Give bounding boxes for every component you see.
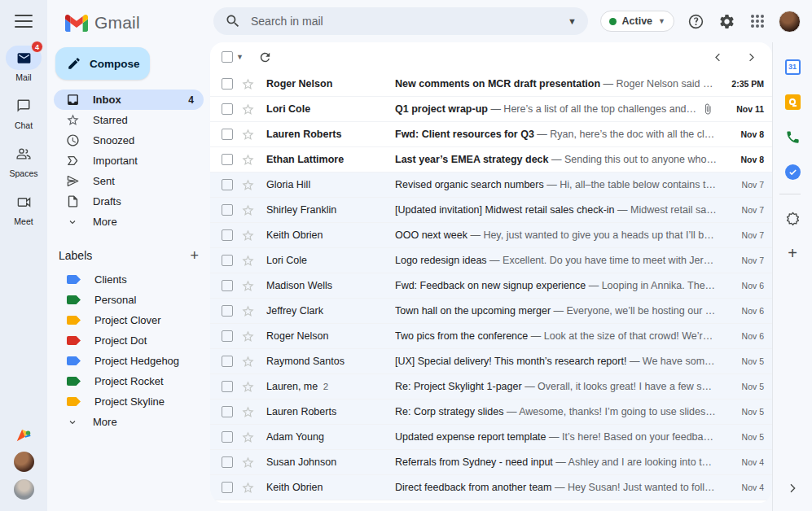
email-checkbox[interactable]: [222, 179, 233, 190]
email-row[interactable]: Gloria HillRevised organic search number…: [210, 173, 772, 198]
labels-more[interactable]: More: [54, 412, 204, 432]
email-checkbox[interactable]: [222, 482, 233, 493]
email-checkbox[interactable]: [222, 356, 233, 367]
star-icon[interactable]: [241, 430, 255, 444]
star-icon[interactable]: [241, 153, 255, 167]
email-checkbox[interactable]: [222, 431, 233, 443]
sidebar-item-inbox[interactable]: Inbox4: [54, 90, 204, 110]
older-page-chevron-icon[interactable]: [745, 51, 757, 63]
sidebar-label-project-hedgehog[interactable]: Project Hedgehog: [54, 351, 204, 371]
star-icon[interactable]: [241, 128, 255, 142]
email-checkbox[interactable]: [222, 103, 233, 115]
search-input[interactable]: [251, 15, 568, 28]
email-checkbox[interactable]: [222, 129, 233, 140]
star-icon[interactable]: [241, 481, 255, 495]
star-icon[interactable]: [241, 355, 255, 369]
email-row[interactable]: Keith ObrienDirect feedback from another…: [210, 475, 772, 500]
email-checkbox[interactable]: [222, 305, 233, 317]
email-checkbox[interactable]: [222, 381, 233, 392]
refresh-icon[interactable]: [258, 50, 272, 64]
list-toolbar: ▼: [210, 42, 772, 72]
email-snippet: — Looping in Annika. The feedback...: [589, 280, 717, 291]
select-all-checkbox[interactable]: [222, 51, 233, 63]
sidebar-label-personal[interactable]: Personal: [54, 290, 204, 310]
star-icon[interactable]: [241, 254, 255, 268]
sidebar-item-snoozed[interactable]: Snoozed: [54, 130, 204, 151]
email-checkbox[interactable]: [222, 204, 233, 216]
hamburger-menu-icon[interactable]: [15, 15, 33, 28]
star-icon[interactable]: [241, 203, 255, 217]
sidebar-label-project-skyline[interactable]: Project Skyline: [54, 391, 204, 412]
email-row[interactable]: Jeffrey ClarkTown hall on the upcoming m…: [210, 299, 772, 324]
email-row[interactable]: Ethan LattimoreLast year’s EMEA strategy…: [210, 147, 772, 173]
rail-item-spaces[interactable]: Spaces: [6, 142, 42, 178]
star-icon[interactable]: [241, 77, 255, 91]
settings-gear-icon[interactable]: [717, 11, 736, 31]
email-row[interactable]: Lauren RobertsRe: Corp strategy slides —…: [210, 400, 772, 425]
sidebar-item-more[interactable]: More: [54, 212, 204, 232]
rail-item-meet[interactable]: Meet: [6, 190, 42, 226]
email-sender: Lori Cole: [266, 103, 395, 115]
email-row[interactable]: Adam YoungUpdated expense report templat…: [210, 425, 772, 450]
search-options-caret-icon[interactable]: ▼: [568, 16, 577, 26]
sidebar-item-important[interactable]: Important: [54, 151, 204, 171]
email-checkbox[interactable]: [222, 406, 233, 417]
email-row[interactable]: Roger NelsonTwo pics from the conference…: [210, 324, 772, 349]
rail-item-chat[interactable]: Chat: [6, 94, 42, 130]
side-panel-toggle[interactable]: [786, 482, 799, 511]
star-icon[interactable]: [241, 380, 255, 394]
star-icon[interactable]: [241, 103, 255, 116]
email-row[interactable]: Lauren RobertsFwd: Client resources for …: [210, 122, 772, 147]
addons-icon[interactable]: [779, 205, 805, 231]
email-checkbox[interactable]: [222, 330, 233, 342]
contact-avatar[interactable]: [14, 479, 34, 500]
pen-app-icon[interactable]: [15, 426, 33, 444]
email-row[interactable]: Susan JohnsonReferrals from Sydney - nee…: [210, 450, 772, 475]
rail-item-mail[interactable]: 4Mail: [6, 46, 42, 82]
email-row[interactable]: Raymond Santos[UX] Special delivery! Thi…: [210, 349, 772, 374]
sidebar-label-clients[interactable]: Clients: [54, 269, 204, 290]
sidebar-item-drafts[interactable]: Drafts: [54, 191, 204, 212]
sidebar-label-project-clover[interactable]: Project Clover: [54, 310, 204, 330]
plus-icon[interactable]: +: [779, 240, 805, 266]
star-icon[interactable]: [241, 456, 255, 470]
sidebar-item-sent[interactable]: Sent: [54, 171, 204, 191]
email-checkbox[interactable]: [222, 78, 233, 90]
email-row[interactable]: Lori ColeQ1 project wrap-up — Here’s a l…: [210, 97, 772, 122]
contact-avatar[interactable]: [14, 452, 34, 472]
star-icon[interactable]: [241, 330, 255, 343]
sidebar-label-project-dot[interactable]: Project Dot: [54, 330, 204, 351]
create-label-button[interactable]: +: [185, 247, 204, 264]
phone-icon[interactable]: [779, 124, 805, 150]
email-row[interactable]: Roger NelsonNew comments on MCR draft pr…: [210, 72, 772, 97]
email-checkbox[interactable]: [222, 229, 233, 241]
email-checkbox[interactable]: [222, 280, 233, 291]
email-checkbox[interactable]: [222, 154, 233, 165]
email-row[interactable]: Keith ObrienOOO next week — Hey, just wa…: [210, 223, 772, 248]
keep-icon[interactable]: [779, 89, 805, 115]
email-row[interactable]: Lauren, me 2Re: Project Skylight 1-pager…: [210, 374, 772, 400]
select-options-caret-icon[interactable]: ▼: [236, 53, 244, 61]
account-avatar[interactable]: [779, 11, 801, 33]
sidebar-item-starred[interactable]: Starred: [54, 110, 204, 130]
star-icon[interactable]: [241, 304, 255, 318]
email-checkbox[interactable]: [222, 456, 233, 468]
google-apps-grid-icon[interactable]: [748, 11, 767, 31]
help-icon[interactable]: [686, 11, 705, 31]
star-icon[interactable]: [241, 178, 255, 192]
status-chip[interactable]: Active ▼: [600, 11, 674, 32]
tasks-icon[interactable]: [779, 159, 805, 185]
email-row[interactable]: Madison WellsFwd: Feedback on new signup…: [210, 273, 772, 299]
sidebar-label-project-rocket[interactable]: Project Rocket: [54, 371, 204, 391]
star-icon[interactable]: [241, 229, 255, 242]
calendar-icon[interactable]: 31: [779, 54, 805, 80]
newer-page-chevron-icon[interactable]: [712, 51, 724, 63]
compose-button[interactable]: Compose: [55, 47, 150, 80]
inbox-count: 4: [188, 94, 194, 106]
search-bar[interactable]: ▼: [213, 7, 588, 35]
email-checkbox[interactable]: [222, 255, 233, 266]
star-icon[interactable]: [241, 279, 255, 293]
email-row[interactable]: Lori ColeLogo redesign ideas — Excellent…: [210, 248, 772, 273]
star-icon[interactable]: [241, 405, 255, 419]
email-row[interactable]: Shirley Franklin[Updated invitation] Mid…: [210, 198, 772, 223]
